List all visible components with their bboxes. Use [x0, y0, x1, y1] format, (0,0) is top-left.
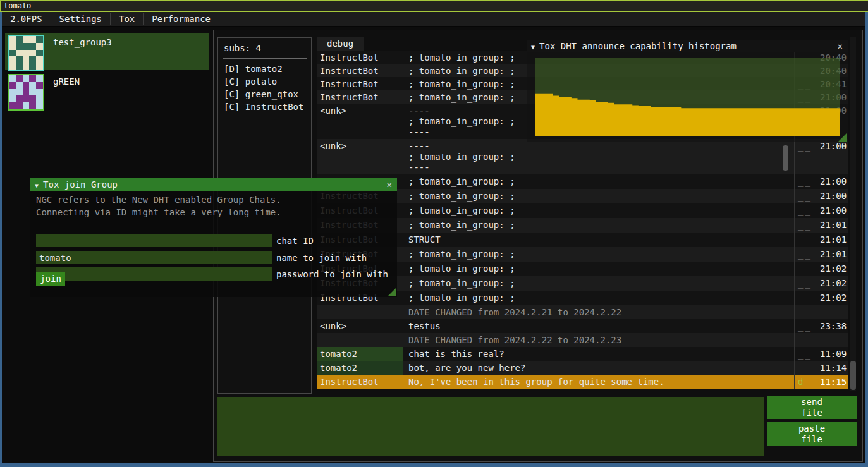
dht-histogram-window: ▼Tox DHT announce capability histogram ✕ [527, 40, 848, 142]
delivery-status: __ [795, 247, 817, 262]
message-cell-scrollbar-handle[interactable] [783, 145, 788, 171]
menu-item-settings[interactable]: Settings [51, 12, 110, 26]
message-text: ; tomato_in_group: ; [403, 189, 795, 203]
timestamp: 23:38 [817, 319, 847, 333]
message-row[interactable]: tomato2chat is this real?__11:09 [317, 347, 848, 361]
sender-name: InstructBot [317, 64, 403, 77]
sender-name: tomato2 [317, 347, 403, 361]
delivery-status: __ [795, 291, 817, 305]
timestamp [817, 305, 847, 319]
group-item-test-group3[interactable]: test_group3 [5, 33, 209, 70]
timestamp: 21:02 [817, 291, 847, 305]
member-item[interactable]: [C] green_qtox [218, 88, 311, 100]
timestamp: 21:00 [817, 139, 847, 174]
system-message-text: DATE CHANGED from 2024.2.21 to 2024.2.22 [403, 305, 795, 319]
delivery-status: __ [795, 218, 817, 233]
delivery-status: d_ [795, 375, 817, 389]
message-row[interactable]: <unk>----; tomato_in_group: ;----__21:00 [317, 139, 848, 174]
chat-scrollbar-track[interactable] [850, 37, 856, 391]
resize-grip-icon[interactable] [388, 288, 396, 296]
system-row[interactable]: DATE CHANGED from 2024.2.21 to 2024.2.22 [317, 305, 848, 319]
dht-histogram-titlebar[interactable]: ▼Tox DHT announce capability histogram ✕ [527, 40, 848, 52]
menu-item-tox[interactable]: Tox [111, 12, 143, 26]
join-group-titlebar[interactable]: ▼Tox join Group ✕ [30, 178, 397, 191]
member-item[interactable]: [D] tomato2 [218, 63, 311, 75]
app-screen: tomato 2.0FPSSettingsToxPerformance test… [0, 0, 868, 467]
subs-count: subs: 4 [218, 38, 311, 57]
dht-histogram-title: Tox DHT announce capability histogram [539, 41, 737, 51]
message-text: ; tomato_in_group: ; [403, 262, 795, 276]
chat-id-label: chat ID [272, 236, 314, 246]
join-name-input[interactable] [36, 251, 272, 264]
group-name: test_group3 [44, 33, 112, 70]
sender-name: InstructBot [317, 90, 403, 104]
message-text: No, I've been in this group for quite so… [403, 375, 795, 389]
sender-name [317, 333, 403, 347]
menu-item-2-0fps[interactable]: 2.0FPS [2, 12, 51, 26]
window-border-bottom [0, 463, 868, 467]
close-icon[interactable]: ✕ [387, 178, 392, 191]
message-text: bot, are you new here? [403, 361, 795, 375]
message-row[interactable]: InstructBotNo, I've been in this group f… [317, 375, 848, 389]
group-avatar [8, 35, 44, 71]
tab-debug[interactable]: debug [317, 37, 364, 51]
message-text: STRUCT [403, 233, 795, 247]
join-group-window: ▼Tox join Group ✕ NGC refers to the New … [30, 178, 397, 297]
delivery-status: __ [795, 189, 817, 203]
resize-grip-icon[interactable] [838, 133, 847, 142]
histogram-bars [535, 58, 840, 136]
timestamp: 21:02 [817, 276, 847, 291]
join-description-line1: NGC refers to the New DHT enabled Group … [30, 191, 397, 206]
window-title: tomato [4, 1, 31, 10]
delivery-status: __ [795, 174, 817, 189]
menu-bar: 2.0FPSSettingsToxPerformance [2, 12, 865, 27]
join-group-title: Tox join Group [43, 179, 118, 190]
timestamp: 21:00 [817, 174, 847, 189]
window-border-left [0, 12, 2, 467]
system-row[interactable]: DATE CHANGED from 2024.2.22 to 2024.2.23 [317, 333, 848, 347]
message-text: ; tomato_in_group: ; [403, 291, 795, 305]
message-row[interactable]: <unk>testus__23:38 [317, 319, 848, 333]
message-text: testus [403, 319, 795, 333]
delivery-status [795, 305, 817, 319]
timestamp: 21:00 [817, 203, 847, 218]
join-password-label: password to join with [272, 269, 388, 279]
sender-name: tomato2 [317, 361, 403, 375]
join-button[interactable]: join [36, 272, 65, 286]
chat-scrollbar-handle[interactable] [850, 361, 856, 390]
send-file-button[interactable]: send file [767, 396, 857, 419]
collapse-arrow-icon[interactable]: ▼ [35, 182, 39, 189]
delivery-status: __ [795, 262, 817, 276]
member-list: [D] tomato2[C] potato[C] green_qtox[C] I… [218, 63, 311, 113]
close-icon[interactable]: ✕ [838, 40, 843, 52]
sender-name: InstructBot [317, 77, 403, 90]
join-name-label: name to join with [272, 253, 367, 263]
delivery-status: __ [795, 139, 817, 174]
message-text: ; tomato_in_group: ; [403, 218, 795, 233]
delivery-status: __ [795, 276, 817, 291]
member-item[interactable]: [C] potato [218, 75, 311, 88]
timestamp: 21:00 [817, 189, 847, 203]
message-text: ----; tomato_in_group: ;---- [403, 139, 795, 174]
message-input[interactable] [217, 397, 764, 456]
window-titlebar[interactable]: tomato [0, 0, 868, 12]
timestamp: 11:15 [817, 375, 847, 389]
timestamp [817, 333, 847, 347]
system-message-text: DATE CHANGED from 2024.2.22 to 2024.2.23 [403, 333, 795, 347]
member-item[interactable]: [C] InstructBot [218, 100, 311, 113]
subs-separator [223, 58, 307, 59]
timestamp: 21:01 [817, 247, 847, 262]
paste-file-button[interactable]: paste file [767, 422, 857, 446]
timestamp: 11:09 [817, 347, 847, 361]
chat-id-input[interactable] [36, 234, 272, 247]
group-name: gREEN [44, 73, 80, 109]
menu-item-performance[interactable]: Performance [144, 12, 219, 26]
collapse-arrow-icon[interactable]: ▼ [531, 44, 535, 51]
delivery-status: __ [795, 233, 817, 247]
sender-name: InstructBot [317, 375, 403, 389]
join-password-input[interactable] [36, 267, 272, 281]
delivery-status: __ [795, 319, 817, 333]
message-row[interactable]: tomato2bot, are you new here?__11:14 [317, 361, 848, 375]
group-item-green[interactable]: gREEN [5, 73, 209, 109]
delivery-status: __ [795, 203, 817, 218]
